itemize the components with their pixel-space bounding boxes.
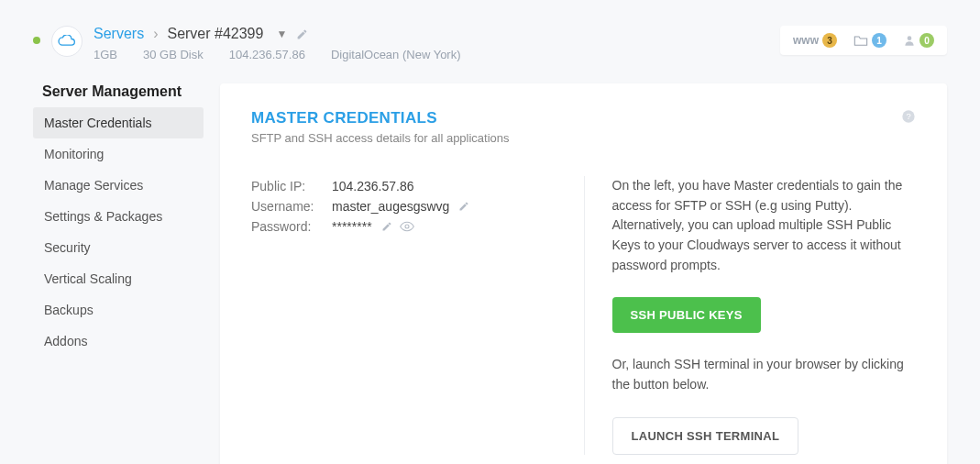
help-icon[interactable]: ? <box>901 109 916 124</box>
stat-ram: 1GB <box>94 48 117 61</box>
sidebar-item-vertical-scaling[interactable]: Vertical Scaling <box>33 263 204 294</box>
edit-password-icon[interactable] <box>381 221 392 232</box>
panel-columns: Public IP: 104.236.57.86 Username: maste… <box>251 176 916 455</box>
svg-point-0 <box>908 36 912 40</box>
svg-text:?: ? <box>906 112 910 121</box>
server-dropdown-trigger[interactable]: ▼ <box>276 28 287 40</box>
sidebar: Server Management Master Credentials Mon… <box>33 83 204 464</box>
password-label: Password: <box>251 219 332 234</box>
launch-ssh-terminal-button[interactable]: LAUNCH SSH TERMINAL <box>612 417 799 455</box>
stat-disk: 30 GB Disk <box>143 48 204 61</box>
chevron-right-icon: › <box>153 26 158 42</box>
public-ip-row: Public IP: 104.236.57.86 <box>251 176 556 196</box>
stat-ip: 104.236.57.86 <box>229 48 305 61</box>
topbar-right: www 3 1 0 <box>780 26 947 55</box>
sidebar-item-label: Monitoring <box>44 147 104 161</box>
server-stats: 1GB 30 GB Disk 104.236.57.86 DigitalOcea… <box>94 48 461 61</box>
sidebar-item-label: Master Credentials <box>44 116 152 130</box>
main-layout: Server Management Master Credentials Mon… <box>0 61 980 464</box>
panel-title: MASTER CREDENTIALS <box>251 109 510 127</box>
user-icon <box>903 34 916 47</box>
folder-icon <box>853 34 868 47</box>
password-row: Password: ******** <box>251 216 556 237</box>
www-count-badge: 3 <box>822 33 837 48</box>
panel-header: MASTER CREDENTIALS SFTP and SSH access d… <box>251 109 916 145</box>
topbar-left: Servers › Server #42399 ▼ 1GB 30 GB Disk… <box>33 26 461 61</box>
www-label: www <box>793 34 819 47</box>
help-column: On the left, you have Master credentials… <box>584 176 917 455</box>
users-badge-group[interactable]: 0 <box>903 33 934 48</box>
sidebar-item-label: Security <box>44 240 91 255</box>
reveal-password-icon[interactable] <box>400 221 414 232</box>
topbar: Servers › Server #42399 ▼ 1GB 30 GB Disk… <box>0 0 980 61</box>
apps-badge-group[interactable]: 1 <box>853 33 886 48</box>
sidebar-item-label: Backups <box>44 303 94 317</box>
sidebar-item-manage-services[interactable]: Manage Services <box>33 170 204 201</box>
sidebar-item-settings-packages[interactable]: Settings & Packages <box>33 201 204 232</box>
sidebar-title: Server Management <box>33 83 204 107</box>
username-value: master_augesgswvg <box>332 199 449 214</box>
sidebar-item-master-credentials[interactable]: Master Credentials <box>33 107 204 138</box>
sidebar-item-monitoring[interactable]: Monitoring <box>33 138 204 170</box>
sidebar-item-security[interactable]: Security <box>33 232 204 263</box>
edit-server-name-icon[interactable] <box>296 28 308 40</box>
breadcrumb: Servers › Server #42399 ▼ <box>94 26 461 42</box>
sidebar-item-addons[interactable]: Addons <box>33 326 204 357</box>
ssh-public-keys-button[interactable]: SSH PUBLIC KEYS <box>612 297 761 333</box>
sidebar-item-label: Vertical Scaling <box>44 271 132 286</box>
help-text-1: On the left, you have Master credentials… <box>612 176 917 275</box>
main-panel: MASTER CREDENTIALS SFTP and SSH access d… <box>220 83 947 464</box>
public-ip-label: Public IP: <box>251 179 332 193</box>
svg-point-3 <box>405 225 409 228</box>
users-count-badge: 0 <box>919 33 934 48</box>
username-label: Username: <box>251 199 332 214</box>
stat-provider: DigitalOcean (New York) <box>331 48 461 61</box>
help-text-2: Or, launch SSH terminal in your browser … <box>612 355 917 394</box>
breadcrumb-current: Server #42399 <box>167 26 263 42</box>
cloud-logo-icon <box>51 26 83 57</box>
breadcrumb-area: Servers › Server #42399 ▼ 1GB 30 GB Disk… <box>94 26 461 61</box>
breadcrumb-link-servers[interactable]: Servers <box>94 26 144 42</box>
apps-count-badge: 1 <box>872 33 886 48</box>
sidebar-item-label: Settings & Packages <box>44 209 162 224</box>
password-value: ******** <box>332 219 372 234</box>
panel-subtitle: SFTP and SSH access details for all appl… <box>251 131 510 145</box>
server-status-indicator <box>33 37 40 44</box>
credentials-column: Public IP: 104.236.57.86 Username: maste… <box>251 176 584 455</box>
username-row: Username: master_augesgswvg <box>251 196 556 216</box>
sidebar-item-backups[interactable]: Backups <box>33 294 204 326</box>
public-ip-value: 104.236.57.86 <box>332 179 414 193</box>
www-badge-group[interactable]: www 3 <box>793 33 837 48</box>
edit-username-icon[interactable] <box>458 201 469 212</box>
sidebar-item-label: Addons <box>44 334 87 348</box>
sidebar-item-label: Manage Services <box>44 178 143 193</box>
